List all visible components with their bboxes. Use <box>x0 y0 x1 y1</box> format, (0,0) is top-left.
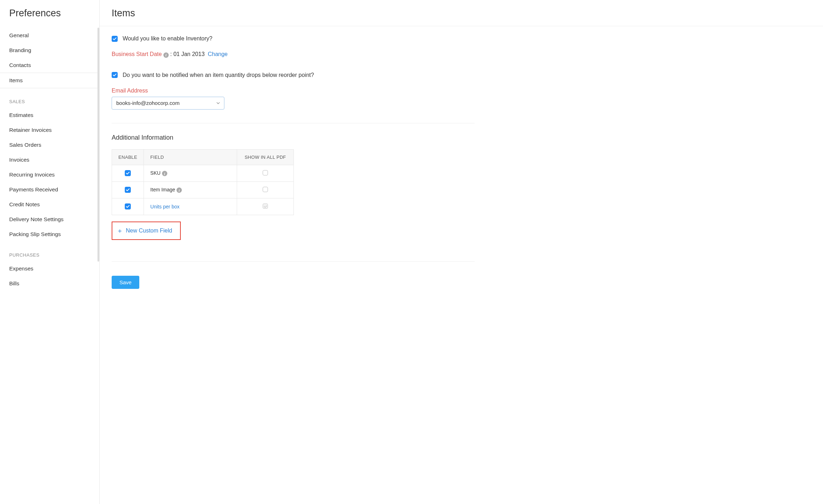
business-start-date-row: Business Start Date i : 01 Jan 2013 Chan… <box>112 51 809 58</box>
pdf-checkbox-units-per-box <box>263 203 268 209</box>
new-custom-field-label: New Custom Field <box>126 228 172 234</box>
info-icon[interactable]: i <box>163 52 169 58</box>
sidebar-item-bills[interactable]: Bills <box>0 276 99 291</box>
change-link[interactable]: Change <box>208 51 228 57</box>
sidebar-scrollbar[interactable] <box>97 28 99 262</box>
enable-checkbox-sku[interactable] <box>125 170 131 176</box>
table-header-row: ENABLE FIELD SHOW IN ALL PDF <box>112 149 294 165</box>
email-select-wrap <box>112 97 224 110</box>
sidebar-title: Preferences <box>0 8 99 28</box>
header-field: FIELD <box>144 149 237 165</box>
pdf-checkbox-sku[interactable] <box>263 170 268 175</box>
inventory-enable-label: Would you like to enable Inventory? <box>123 35 212 42</box>
check-icon <box>126 188 130 192</box>
field-name-link[interactable]: Units per box <box>150 204 179 209</box>
table-row: Item Image i <box>112 181 294 198</box>
notify-row: Do you want to be notified when an item … <box>112 72 809 78</box>
sidebar-item-retainer-invoices[interactable]: Retainer Invoices <box>0 123 99 138</box>
field-name: Item Image <box>150 187 175 192</box>
enable-checkbox-item-image[interactable] <box>125 187 131 193</box>
save-button[interactable]: Save <box>112 276 139 289</box>
sidebar-item-packing-slip[interactable]: Packing Slip Settings <box>0 227 99 242</box>
divider <box>112 123 475 123</box>
inventory-enable-checkbox[interactable] <box>112 36 118 42</box>
email-select[interactable] <box>112 97 224 110</box>
check-icon <box>126 171 130 175</box>
sidebar-section-sales: SALES <box>0 88 99 108</box>
sidebar-item-contacts[interactable]: Contacts <box>0 58 99 73</box>
additional-info-table: ENABLE FIELD SHOW IN ALL PDF SKU i <box>112 149 294 215</box>
info-icon[interactable]: i <box>162 171 167 176</box>
check-icon <box>113 37 117 41</box>
sidebar-item-invoices[interactable]: Invoices <box>0 152 99 167</box>
sidebar-item-payments-received[interactable]: Payments Received <box>0 182 99 197</box>
sidebar-item-delivery-note[interactable]: Delivery Note Settings <box>0 212 99 227</box>
email-address-label: Email Address <box>112 88 809 94</box>
sidebar: Preferences General Branding Contacts It… <box>0 0 100 504</box>
notify-label: Do you want to be notified when an item … <box>123 72 314 78</box>
table-row: Units per box <box>112 198 294 215</box>
business-start-date-label: Business Start Date <box>112 51 162 57</box>
business-start-date-value: 01 Jan 2013 <box>173 51 205 57</box>
divider <box>100 26 823 26</box>
sidebar-item-expenses[interactable]: Expenses <box>0 261 99 276</box>
check-icon <box>113 73 117 77</box>
field-name: SKU <box>150 170 161 176</box>
notify-checkbox[interactable] <box>112 72 118 78</box>
sidebar-item-branding[interactable]: Branding <box>0 43 99 58</box>
new-custom-field-button[interactable]: ＋ New Custom Field <box>112 222 181 240</box>
sidebar-section-purchases: PURCHASES <box>0 242 99 261</box>
enable-checkbox-units-per-box[interactable] <box>125 203 131 209</box>
check-icon <box>126 205 130 208</box>
plus-icon: ＋ <box>117 226 123 235</box>
header-enable: ENABLE <box>112 149 144 165</box>
main-content: Items Would you like to enable Inventory… <box>100 0 823 504</box>
sidebar-item-recurring-invoices[interactable]: Recurring Invoices <box>0 167 99 182</box>
pdf-checkbox-item-image[interactable] <box>263 187 268 192</box>
info-icon[interactable]: i <box>177 187 182 193</box>
sidebar-item-estimates[interactable]: Estimates <box>0 108 99 123</box>
header-show-pdf: SHOW IN ALL PDF <box>237 149 294 165</box>
sidebar-item-credit-notes[interactable]: Credit Notes <box>0 197 99 212</box>
inventory-enable-row: Would you like to enable Inventory? <box>112 35 809 42</box>
table-row: SKU i <box>112 165 294 181</box>
divider <box>112 261 475 262</box>
business-start-date-sep: : <box>169 51 173 57</box>
sidebar-item-items[interactable]: Items <box>0 73 99 88</box>
sidebar-item-sales-orders[interactable]: Sales Orders <box>0 138 99 152</box>
additional-information-heading: Additional Information <box>112 134 809 141</box>
page-title: Items <box>112 8 809 19</box>
sidebar-item-general[interactable]: General <box>0 28 99 43</box>
